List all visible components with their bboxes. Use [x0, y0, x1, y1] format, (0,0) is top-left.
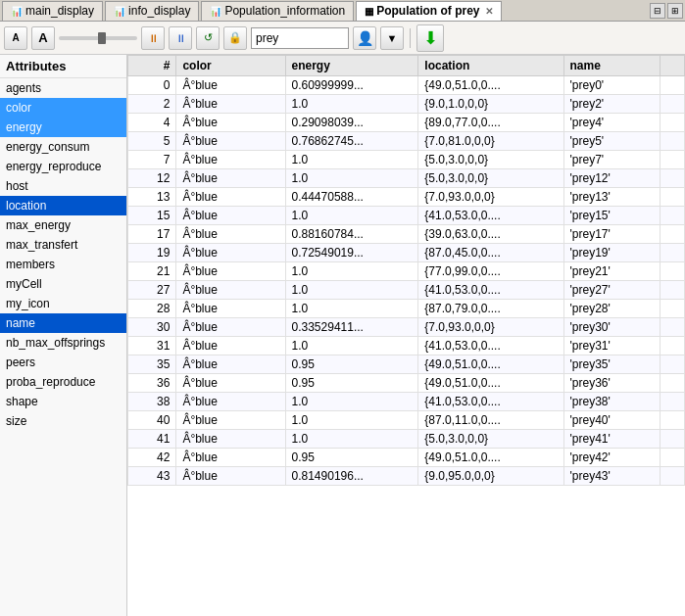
cell-location: {5.0,3.0,0,0}: [418, 430, 563, 449]
cell-energy: 0.81490196...: [285, 467, 418, 486]
cell-color: Â°blue: [176, 337, 285, 355]
dropdown-button[interactable]: ▼: [380, 26, 404, 50]
speed-slider[interactable]: [59, 36, 137, 40]
sidebar-item-energy[interactable]: energy: [0, 118, 126, 137]
sidebar-item-energy-consum[interactable]: energy_consum: [0, 137, 126, 157]
sidebar-item-max-energy[interactable]: max_energy: [0, 215, 126, 235]
table-row[interactable]: 38 Â°blue 1.0 {41.0,53.0,0.... 'prey38': [128, 393, 685, 411]
cell-num: 15: [128, 207, 176, 225]
cell-num: 35: [128, 355, 176, 374]
cell-name: 'prey38': [563, 393, 661, 411]
sidebar-item-color[interactable]: color: [0, 98, 126, 118]
table-row[interactable]: 31 Â°blue 1.0 {41.0,53.0,0.... 'prey31': [128, 337, 685, 355]
tab-label-popinfo: Population_information: [224, 4, 345, 18]
table-row[interactable]: 40 Â°blue 1.0 {87.0,11.0,0.... 'prey40': [128, 411, 685, 430]
tab-label-info: info_display: [128, 4, 190, 18]
table-row[interactable]: 5 Â°blue 0.76862745... {7.0,81.0,0,0} 'p…: [128, 132, 685, 151]
table-row[interactable]: 30 Â°blue 0.33529411... {7.0,93.0,0,0} '…: [128, 318, 685, 337]
tab-info-display[interactable]: 📊 info_display: [105, 1, 199, 21]
cell-num: 40: [128, 411, 176, 430]
table-row[interactable]: 15 Â°blue 1.0 {41.0,53.0,0.... 'prey15': [128, 207, 685, 225]
table-row[interactable]: 27 Â°blue 1.0 {41.0,53.0,0.... 'prey27': [128, 281, 685, 300]
table-row[interactable]: 12 Â°blue 1.0 {5.0,3.0,0,0} 'prey12': [128, 169, 685, 188]
download-button[interactable]: ⬇: [416, 24, 444, 52]
sidebar-item-proba-reproduce[interactable]: proba_reproduce: [0, 372, 126, 392]
cell-name: 'prey17': [563, 225, 661, 244]
cell-num: 43: [128, 467, 176, 486]
cell-location: {77.0,99.0,0....: [418, 262, 563, 281]
cell-name: 'prey31': [563, 337, 661, 355]
col-header-energy[interactable]: energy: [285, 56, 418, 76]
cell-energy: 1.0: [285, 151, 418, 169]
cell-name: 'prey30': [563, 318, 661, 337]
minimize-button[interactable]: ⊟: [650, 3, 665, 19]
tab-icon-popprey: ▦: [365, 6, 373, 17]
table-row[interactable]: 4 Â°blue 0.29098039... {89.0,77.0,0.... …: [128, 114, 685, 132]
table-row[interactable]: 42 Â°blue 0.95 {49.0,51.0,0.... 'prey42': [128, 449, 685, 467]
tab-population-info[interactable]: 📊 Population_information: [201, 1, 354, 21]
sidebar-item-energy-reproduce[interactable]: energy_reproduce: [0, 157, 126, 176]
col-header-num[interactable]: #: [128, 56, 176, 76]
table-row[interactable]: 2 Â°blue 1.0 {9.0,1.0,0,0} 'prey2': [128, 95, 685, 114]
cell-location: {87.0,45.0,0....: [418, 244, 563, 262]
cell-color: Â°blue: [176, 374, 285, 393]
sidebar-item-host[interactable]: host: [0, 176, 126, 196]
table-row[interactable]: 13 Â°blue 0.44470588... {7.0,93.0,0,0} '…: [128, 188, 685, 207]
table-row[interactable]: 36 Â°blue 0.95 {49.0,51.0,0.... 'prey36': [128, 374, 685, 393]
table-row[interactable]: 43 Â°blue 0.81490196... {9.0,95.0,0,0} '…: [128, 467, 685, 486]
tab-close-button[interactable]: ✕: [485, 6, 493, 17]
restore-button[interactable]: ⊞: [667, 3, 683, 19]
cell-num: 38: [128, 393, 176, 411]
data-table: # color energy location name 0 Â°blue 0.…: [127, 55, 685, 486]
tab-bar: 📊 main_display 📊 info_display 📊 Populati…: [0, 0, 685, 22]
step-button[interactable]: ⏸: [141, 26, 165, 50]
sidebar-item-members[interactable]: members: [0, 255, 126, 274]
table-row[interactable]: 21 Â°blue 1.0 {77.0,99.0,0.... 'prey21': [128, 262, 685, 281]
cell-energy: 0.95: [285, 355, 418, 374]
lock-button[interactable]: 🔒: [223, 26, 247, 50]
sidebar-item-mycell[interactable]: myCell: [0, 274, 126, 294]
cell-location: {39.0,63.0,0....: [418, 225, 563, 244]
sidebar-item-size[interactable]: size: [0, 411, 126, 431]
font-normal-button[interactable]: A: [4, 26, 27, 50]
sidebar-item-name[interactable]: name: [0, 313, 126, 333]
table-row[interactable]: 19 Â°blue 0.72549019... {87.0,45.0,0....…: [128, 244, 685, 262]
table-row[interactable]: 7 Â°blue 1.0 {5.0,3.0,0,0} 'prey7': [128, 151, 685, 169]
cell-empty: [661, 244, 685, 262]
col-header-location[interactable]: location: [418, 56, 563, 76]
cell-color: Â°blue: [176, 169, 285, 188]
cell-location: {41.0,53.0,0....: [418, 337, 563, 355]
sidebar-item-max-transfert[interactable]: max_transfert: [0, 235, 126, 255]
table-row[interactable]: 35 Â°blue 0.95 {49.0,51.0,0.... 'prey35': [128, 355, 685, 374]
reload-button[interactable]: ↺: [196, 26, 220, 50]
cell-location: {7.0,93.0,0,0}: [418, 188, 563, 207]
sidebar-item-my-icon[interactable]: my_icon: [0, 294, 126, 313]
col-header-name[interactable]: name: [563, 56, 661, 76]
sidebar-item-shape[interactable]: shape: [0, 392, 126, 411]
cell-empty: [661, 225, 685, 244]
tab-population-prey[interactable]: ▦ Population of prey ✕: [356, 1, 501, 21]
sidebar-item-agents[interactable]: agents: [0, 78, 126, 98]
cell-num: 0: [128, 76, 176, 95]
sidebar-item-peers[interactable]: peers: [0, 353, 126, 372]
cell-energy: 1.0: [285, 430, 418, 449]
pause-button[interactable]: ⏸: [169, 26, 192, 50]
sidebar: Attributes agents color energy energy_co…: [0, 55, 127, 616]
cell-location: {49.0,51.0,0....: [418, 449, 563, 467]
col-header-color[interactable]: color: [176, 56, 285, 76]
search-input[interactable]: [251, 27, 349, 49]
cell-name: 'prey13': [563, 188, 661, 207]
table-row[interactable]: 41 Â°blue 1.0 {5.0,3.0,0,0} 'prey41': [128, 430, 685, 449]
cell-energy: 1.0: [285, 281, 418, 300]
sidebar-item-nb-max-offsprings[interactable]: nb_max_offsprings: [0, 333, 126, 353]
view-button[interactable]: 👤: [353, 26, 376, 50]
table-row[interactable]: 0 Â°blue 0.60999999... {49.0,51.0,0.... …: [128, 76, 685, 95]
cell-color: Â°blue: [176, 262, 285, 281]
font-large-button[interactable]: A: [31, 26, 55, 50]
sidebar-item-location[interactable]: location: [0, 196, 126, 215]
cell-location: {5.0,3.0,0,0}: [418, 169, 563, 188]
data-table-area[interactable]: # color energy location name 0 Â°blue 0.…: [127, 55, 685, 616]
table-row[interactable]: 17 Â°blue 0.88160784... {39.0,63.0,0....…: [128, 225, 685, 244]
tab-main-display[interactable]: 📊 main_display: [2, 1, 103, 21]
table-row[interactable]: 28 Â°blue 1.0 {87.0,79.0,0.... 'prey28': [128, 300, 685, 318]
